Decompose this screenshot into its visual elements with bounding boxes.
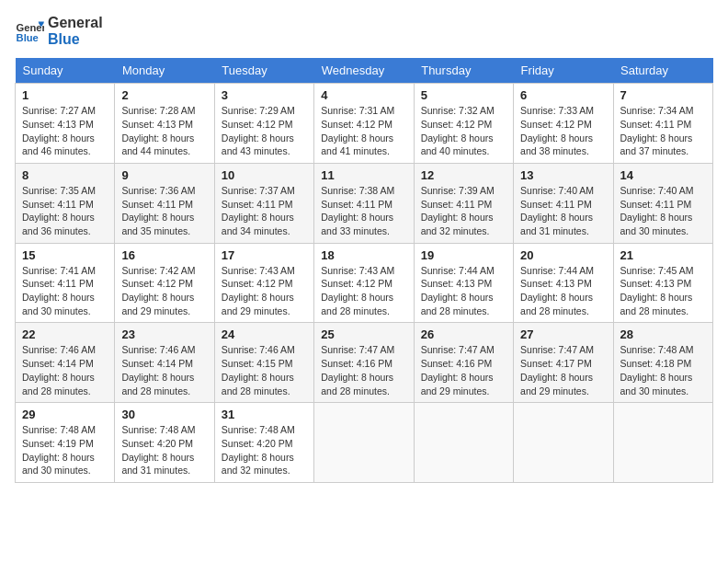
day-number: 2 — [121, 88, 207, 102]
day-number: 13 — [520, 168, 606, 182]
calendar-table: SundayMondayTuesdayWednesdayThursdayFrid… — [15, 58, 713, 483]
day-info: Sunrise: 7:48 AM Sunset: 4:19 PM Dayligh… — [22, 423, 108, 477]
day-header-friday: Friday — [514, 58, 613, 84]
sunset-text: Sunset: 4:14 PM — [22, 357, 108, 371]
day-cell-20: 20 Sunrise: 7:44 AM Sunset: 4:13 PM Dayl… — [514, 243, 613, 323]
daylight-text: Daylight: 8 hours and 30 minutes. — [620, 211, 706, 237]
sunrise-text: Sunrise: 7:45 AM — [620, 264, 706, 278]
sunset-text: Sunset: 4:16 PM — [321, 357, 406, 371]
calendar-week-3: 15 Sunrise: 7:41 AM Sunset: 4:11 PM Dayl… — [16, 243, 713, 323]
day-number: 20 — [520, 248, 606, 262]
day-cell-4: 4 Sunrise: 7:31 AM Sunset: 4:12 PM Dayli… — [314, 84, 414, 164]
daylight-text: Daylight: 8 hours and 28 minutes. — [321, 371, 406, 397]
sunrise-text: Sunrise: 7:33 AM — [520, 104, 606, 118]
day-number: 28 — [620, 327, 706, 341]
sunrise-text: Sunrise: 7:46 AM — [222, 343, 307, 357]
day-info: Sunrise: 7:47 AM Sunset: 4:16 PM Dayligh… — [421, 343, 506, 397]
day-info: Sunrise: 7:36 AM Sunset: 4:11 PM Dayligh… — [121, 184, 207, 238]
sunset-text: Sunset: 4:13 PM — [121, 118, 207, 132]
sunrise-text: Sunrise: 7:43 AM — [222, 264, 307, 278]
sunset-text: Sunset: 4:12 PM — [222, 277, 307, 291]
sunrise-text: Sunrise: 7:27 AM — [22, 104, 108, 118]
day-info: Sunrise: 7:47 AM Sunset: 4:17 PM Dayligh… — [520, 343, 606, 397]
day-number: 12 — [421, 168, 506, 182]
daylight-text: Daylight: 8 hours and 30 minutes. — [22, 451, 108, 477]
calendar-week-1: 1 Sunrise: 7:27 AM Sunset: 4:13 PM Dayli… — [16, 84, 713, 164]
daylight-text: Daylight: 8 hours and 28 minutes. — [321, 291, 406, 317]
sunrise-text: Sunrise: 7:39 AM — [421, 184, 506, 198]
sunset-text: Sunset: 4:13 PM — [22, 118, 108, 132]
day-cell-28: 28 Sunrise: 7:48 AM Sunset: 4:18 PM Dayl… — [613, 323, 712, 403]
daylight-text: Daylight: 8 hours and 29 minutes. — [121, 291, 207, 317]
day-cell-31: 31 Sunrise: 7:48 AM Sunset: 4:20 PM Dayl… — [214, 403, 313, 483]
daylight-text: Daylight: 8 hours and 33 minutes. — [321, 211, 406, 237]
day-number: 26 — [421, 327, 506, 341]
day-number: 15 — [22, 248, 108, 262]
sunrise-text: Sunrise: 7:47 AM — [421, 343, 506, 357]
day-number: 30 — [121, 408, 207, 421]
day-number: 24 — [222, 327, 307, 341]
day-cell-7: 7 Sunrise: 7:34 AM Sunset: 4:11 PM Dayli… — [613, 84, 712, 164]
day-info: Sunrise: 7:46 AM Sunset: 4:14 PM Dayligh… — [121, 343, 207, 397]
daylight-text: Daylight: 8 hours and 36 minutes. — [22, 211, 108, 237]
daylight-text: Daylight: 8 hours and 37 minutes. — [620, 132, 706, 158]
day-header-monday: Monday — [115, 58, 214, 84]
day-cell-12: 12 Sunrise: 7:39 AM Sunset: 4:11 PM Dayl… — [414, 163, 513, 243]
empty-cell — [314, 403, 414, 483]
day-number: 6 — [520, 88, 606, 102]
daylight-text: Daylight: 8 hours and 43 minutes. — [222, 132, 307, 158]
day-cell-3: 3 Sunrise: 7:29 AM Sunset: 4:12 PM Dayli… — [214, 84, 313, 164]
day-cell-8: 8 Sunrise: 7:35 AM Sunset: 4:11 PM Dayli… — [16, 163, 115, 243]
daylight-text: Daylight: 8 hours and 34 minutes. — [222, 211, 307, 237]
day-number: 10 — [222, 168, 307, 182]
daylight-text: Daylight: 8 hours and 40 minutes. — [421, 132, 506, 158]
sunrise-text: Sunrise: 7:42 AM — [121, 264, 207, 278]
sunrise-text: Sunrise: 7:46 AM — [121, 343, 207, 357]
logo-general: General — [48, 15, 103, 31]
sunrise-text: Sunrise: 7:48 AM — [22, 423, 108, 437]
daylight-text: Daylight: 8 hours and 29 minutes. — [421, 371, 506, 397]
sunrise-text: Sunrise: 7:41 AM — [22, 264, 108, 278]
day-number: 7 — [620, 88, 706, 102]
daylight-text: Daylight: 8 hours and 32 minutes. — [421, 211, 506, 237]
daylight-text: Daylight: 8 hours and 29 minutes. — [520, 371, 606, 397]
empty-cell — [613, 403, 712, 483]
daylight-text: Daylight: 8 hours and 28 minutes. — [222, 371, 307, 397]
page-header: General Blue General Blue — [15, 15, 713, 47]
sunset-text: Sunset: 4:11 PM — [421, 198, 506, 212]
daylight-text: Daylight: 8 hours and 28 minutes. — [22, 371, 108, 397]
daylight-text: Daylight: 8 hours and 28 minutes. — [620, 291, 706, 317]
sunset-text: Sunset: 4:19 PM — [22, 437, 108, 451]
day-header-wednesday: Wednesday — [314, 58, 414, 84]
day-info: Sunrise: 7:31 AM Sunset: 4:12 PM Dayligh… — [321, 104, 406, 158]
daylight-text: Daylight: 8 hours and 29 minutes. — [222, 291, 307, 317]
day-number: 27 — [520, 327, 606, 341]
day-cell-1: 1 Sunrise: 7:27 AM Sunset: 4:13 PM Dayli… — [16, 84, 115, 164]
sunrise-text: Sunrise: 7:34 AM — [620, 104, 706, 118]
day-info: Sunrise: 7:39 AM Sunset: 4:11 PM Dayligh… — [421, 184, 506, 238]
day-info: Sunrise: 7:40 AM Sunset: 4:11 PM Dayligh… — [620, 184, 706, 238]
sunrise-text: Sunrise: 7:46 AM — [22, 343, 108, 357]
day-info: Sunrise: 7:48 AM Sunset: 4:20 PM Dayligh… — [121, 423, 207, 477]
daylight-text: Daylight: 8 hours and 32 minutes. — [222, 451, 307, 477]
sunrise-text: Sunrise: 7:36 AM — [121, 184, 207, 198]
day-number: 5 — [421, 88, 506, 102]
sunrise-text: Sunrise: 7:35 AM — [22, 184, 108, 198]
day-cell-9: 9 Sunrise: 7:36 AM Sunset: 4:11 PM Dayli… — [115, 163, 214, 243]
day-cell-29: 29 Sunrise: 7:48 AM Sunset: 4:19 PM Dayl… — [16, 403, 115, 483]
day-number: 16 — [121, 248, 207, 262]
sunrise-text: Sunrise: 7:28 AM — [121, 104, 207, 118]
day-cell-24: 24 Sunrise: 7:46 AM Sunset: 4:15 PM Dayl… — [214, 323, 313, 403]
day-cell-26: 26 Sunrise: 7:47 AM Sunset: 4:16 PM Dayl… — [414, 323, 513, 403]
daylight-text: Daylight: 8 hours and 28 minutes. — [121, 371, 207, 397]
day-number: 9 — [121, 168, 207, 182]
calendar-week-5: 29 Sunrise: 7:48 AM Sunset: 4:19 PM Dayl… — [16, 403, 713, 483]
day-cell-17: 17 Sunrise: 7:43 AM Sunset: 4:12 PM Dayl… — [214, 243, 313, 323]
day-info: Sunrise: 7:46 AM Sunset: 4:15 PM Dayligh… — [222, 343, 307, 397]
logo-icon: General Blue — [15, 17, 44, 46]
daylight-text: Daylight: 8 hours and 38 minutes. — [520, 132, 606, 158]
day-number: 8 — [22, 168, 108, 182]
sunset-text: Sunset: 4:13 PM — [620, 277, 706, 291]
svg-text:Blue: Blue — [17, 32, 39, 43]
sunset-text: Sunset: 4:15 PM — [222, 357, 307, 371]
